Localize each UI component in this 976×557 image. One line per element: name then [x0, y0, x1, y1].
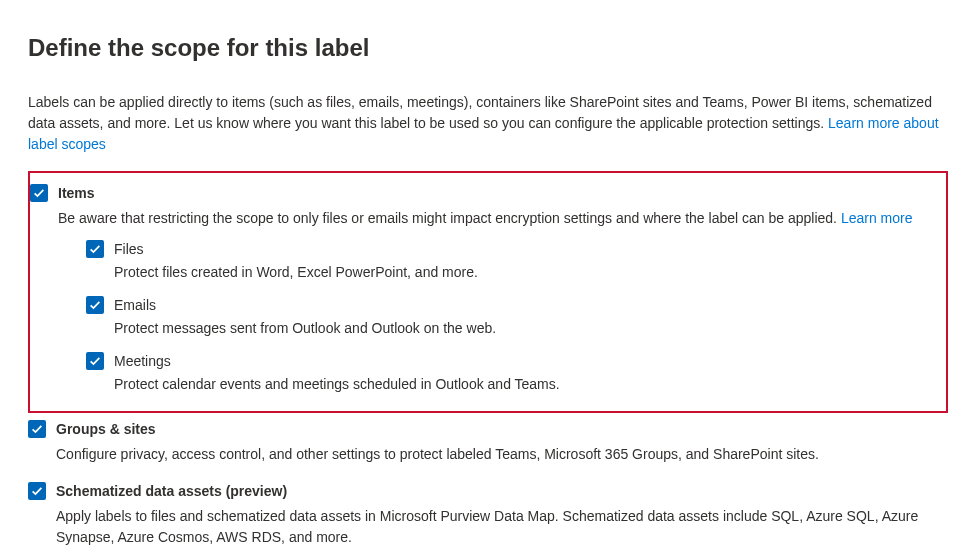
checkmark-icon	[88, 242, 102, 256]
intro-text: Labels can be applied directly to items …	[28, 92, 948, 155]
sub-files-content: Files Protect files created in Word, Exc…	[114, 239, 938, 283]
scope-items-desc-text: Be aware that restricting the scope to o…	[58, 210, 841, 226]
scope-items-content: Items Be aware that restricting the scop…	[58, 183, 938, 397]
scope-items-label: Items	[58, 183, 938, 204]
checkmark-icon	[88, 354, 102, 368]
scope-groups-desc: Configure privacy, access control, and o…	[56, 444, 936, 465]
checkmark-icon	[30, 422, 44, 436]
checkbox-files[interactable]	[86, 240, 104, 258]
scope-schematized-row: Schematized data assets (preview) Apply …	[28, 481, 948, 557]
checkmark-icon	[30, 484, 44, 498]
scope-groups-row: Groups & sites Configure privacy, access…	[28, 419, 948, 475]
sub-emails-content: Emails Protect messages sent from Outloo…	[114, 295, 938, 339]
scope-groups-content: Groups & sites Configure privacy, access…	[56, 419, 948, 475]
sub-item-files: Files Protect files created in Word, Exc…	[86, 239, 938, 283]
sub-files-desc: Protect files created in Word, Excel Pow…	[114, 262, 938, 283]
scope-schematized-content: Schematized data assets (preview) Apply …	[56, 481, 948, 557]
items-highlight-box: Items Be aware that restricting the scop…	[28, 171, 948, 413]
sub-meetings-desc: Protect calendar events and meetings sch…	[114, 374, 938, 395]
checkmark-icon	[88, 298, 102, 312]
intro-text-body: Labels can be applied directly to items …	[28, 94, 932, 131]
checkbox-meetings[interactable]	[86, 352, 104, 370]
checkbox-emails[interactable]	[86, 296, 104, 314]
sub-files-label: Files	[114, 239, 938, 260]
learn-more-items-link[interactable]: Learn more	[841, 210, 913, 226]
sub-emails-label: Emails	[114, 295, 938, 316]
checkbox-schematized[interactable]	[28, 482, 46, 500]
sub-meetings-content: Meetings Protect calendar events and mee…	[114, 351, 938, 395]
checkbox-items[interactable]	[30, 184, 48, 202]
sub-item-emails: Emails Protect messages sent from Outloo…	[86, 295, 938, 339]
scope-items-row: Items Be aware that restricting the scop…	[30, 183, 938, 397]
checkbox-groups[interactable]	[28, 420, 46, 438]
sub-emails-desc: Protect messages sent from Outlook and O…	[114, 318, 938, 339]
scope-schematized-label: Schematized data assets (preview)	[56, 481, 948, 502]
checkmark-icon	[32, 186, 46, 200]
scope-schematized-desc: Apply labels to files and schematized da…	[56, 506, 936, 548]
scope-groups-label: Groups & sites	[56, 419, 948, 440]
scope-items-desc: Be aware that restricting the scope to o…	[58, 208, 938, 229]
items-sub-list: Files Protect files created in Word, Exc…	[86, 239, 938, 395]
page-title: Define the scope for this label	[28, 30, 948, 66]
sub-meetings-label: Meetings	[114, 351, 938, 372]
sub-item-meetings: Meetings Protect calendar events and mee…	[86, 351, 938, 395]
